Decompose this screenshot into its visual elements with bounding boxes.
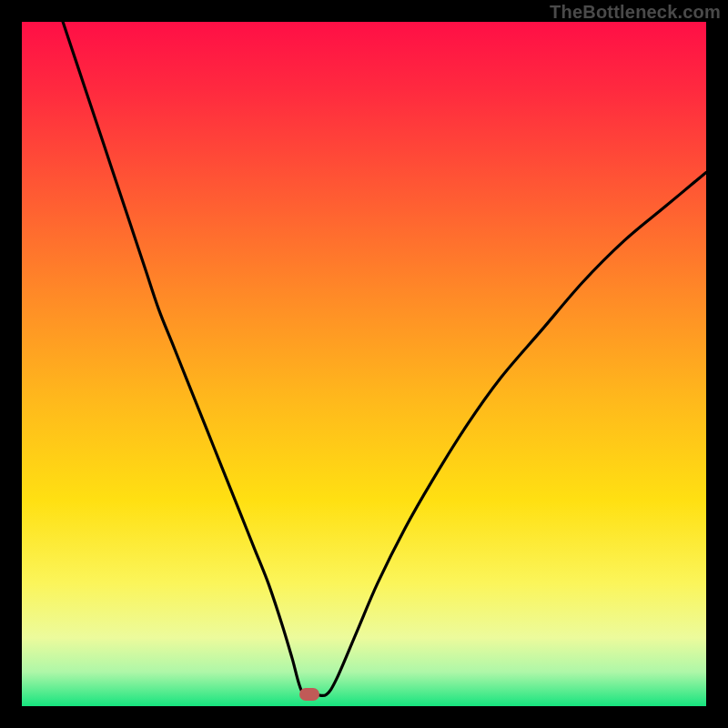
- optimal-point-marker: [299, 688, 319, 701]
- bottleneck-curve: [22, 22, 706, 706]
- watermark-text: TheBottleneck.com: [550, 2, 721, 23]
- chart-frame: [22, 22, 706, 706]
